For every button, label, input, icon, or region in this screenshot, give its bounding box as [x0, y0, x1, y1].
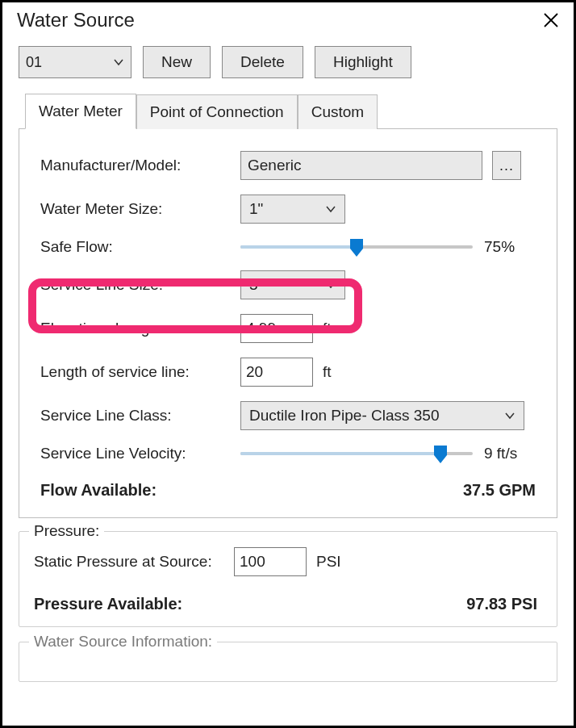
velocity-value: 9 ft/s	[484, 445, 541, 462]
elevation-input[interactable]: 4.99	[240, 314, 313, 343]
safe-flow-slider[interactable]	[240, 241, 473, 253]
service-class-dropdown[interactable]: Ductile Iron Pipe- Class 350	[240, 401, 524, 430]
safe-flow-label: Safe Flow:	[40, 238, 240, 256]
service-line-size-label: Service Line Size:	[40, 276, 240, 294]
chevron-down-icon	[325, 279, 336, 291]
service-class-value: Ductile Iron Pipe- Class 350	[249, 407, 440, 425]
row-length: Length of service line: 20 ft	[35, 350, 541, 394]
length-unit: ft	[323, 363, 332, 381]
row-pressure-available: Pressure Available: 97.83 PSI	[34, 584, 542, 613]
chevron-down-icon	[325, 203, 336, 215]
water-source-info-label: Water Source Information:	[29, 633, 217, 651]
window-title: Water Source	[17, 9, 135, 31]
svg-marker-3	[434, 446, 447, 463]
service-line-size-value: 3"	[249, 276, 263, 294]
chevron-down-icon	[113, 56, 124, 68]
meter-size-label: Water Meter Size:	[40, 200, 240, 218]
group-pressure: Pressure: Static Pressure at Source: 100…	[19, 531, 557, 627]
new-button[interactable]: New	[143, 46, 211, 78]
meter-size-dropdown[interactable]: 1"	[240, 195, 345, 224]
length-value: 20	[246, 363, 263, 381]
length-input[interactable]: 20	[240, 358, 313, 387]
row-service-line-size: Service Line Size: 3"	[35, 263, 541, 307]
tab-strip: Water Meter Point of Connection Custom	[2, 93, 574, 128]
tab-point-of-connection[interactable]: Point of Connection	[136, 94, 298, 129]
chevron-down-icon	[504, 410, 515, 421]
source-selector[interactable]: 01	[19, 46, 131, 78]
row-service-class: Service Line Class: Ductile Iron Pipe- C…	[35, 394, 541, 437]
row-flow-available: Flow Available: 37.5 GPM	[35, 470, 541, 500]
source-selector-value: 01	[26, 54, 42, 71]
row-elevation: Elevation change: 4.99 ft	[35, 307, 541, 350]
pressure-group-label: Pressure:	[29, 522, 104, 540]
safe-flow-value: 75%	[484, 238, 541, 256]
slider-thumb-icon	[350, 239, 363, 257]
row-velocity: Service Line Velocity: 9 ft/s	[35, 437, 541, 470]
tab-water-meter[interactable]: Water Meter	[25, 94, 136, 129]
close-button[interactable]	[540, 9, 562, 31]
row-meter-size: Water Meter Size: 1"	[35, 187, 541, 231]
velocity-label: Service Line Velocity:	[40, 445, 240, 462]
tab-custom[interactable]: Custom	[298, 94, 378, 129]
manufacturer-field[interactable]: Generic	[240, 151, 482, 180]
static-pressure-value: 100	[240, 553, 265, 571]
static-pressure-label: Static Pressure at Source:	[34, 553, 234, 571]
velocity-slider[interactable]	[240, 447, 473, 460]
row-static-pressure: Static Pressure at Source: 100 PSI	[34, 540, 542, 584]
flow-available-label: Flow Available:	[40, 481, 240, 500]
elevation-value: 4.99	[246, 320, 276, 337]
group-water-source-info: Water Source Information:	[19, 642, 557, 682]
close-icon	[542, 11, 560, 29]
row-manufacturer: Manufacturer/Model: Generic ...	[35, 144, 541, 187]
elevation-label: Elevation change:	[40, 320, 240, 337]
static-pressure-input[interactable]: 100	[234, 547, 307, 576]
slider-thumb-icon	[434, 446, 447, 463]
length-label: Length of service line:	[40, 363, 240, 381]
pressure-available-label: Pressure Available:	[34, 595, 239, 613]
service-line-size-dropdown[interactable]: 3"	[240, 270, 345, 299]
tab-panel-water-meter: Manufacturer/Model: Generic ... Water Me…	[19, 128, 557, 518]
service-class-label: Service Line Class:	[40, 407, 240, 425]
manufacturer-value: Generic	[248, 157, 302, 174]
toolbar: 01 New Delete Highlight	[2, 41, 574, 93]
flow-available-value: 37.5 GPM	[240, 481, 541, 500]
meter-size-value: 1"	[249, 200, 263, 218]
title-bar: Water Source	[2, 2, 574, 41]
elevation-unit: ft	[323, 320, 332, 337]
row-safe-flow: Safe Flow: 75%	[35, 231, 541, 263]
manufacturer-label: Manufacturer/Model:	[40, 157, 240, 174]
manufacturer-browse-button[interactable]: ...	[492, 151, 521, 180]
static-pressure-unit: PSI	[316, 553, 341, 571]
highlight-button[interactable]: Highlight	[315, 46, 411, 78]
delete-button[interactable]: Delete	[222, 46, 303, 78]
svg-marker-2	[350, 239, 363, 257]
pressure-available-value: 97.83 PSI	[239, 595, 542, 613]
